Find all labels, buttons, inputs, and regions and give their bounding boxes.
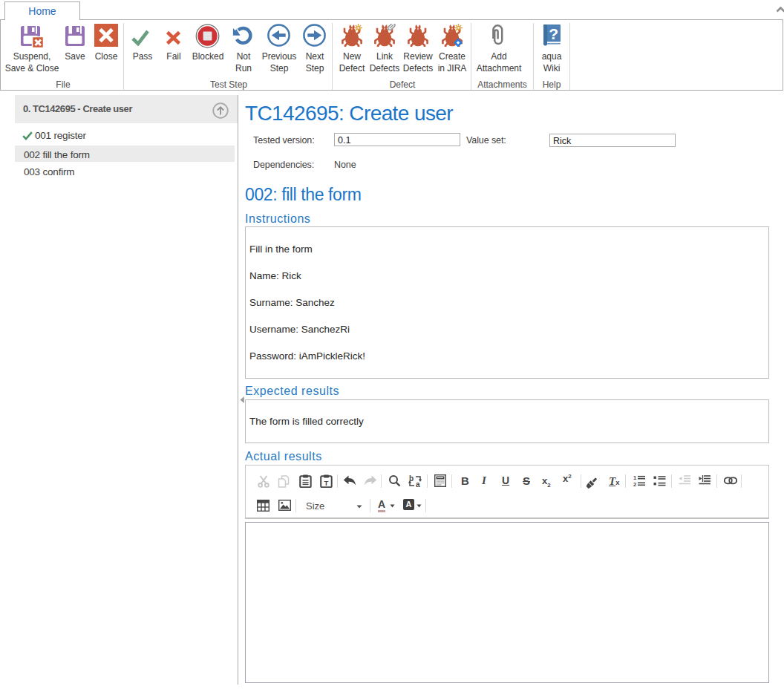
- svg-text:a: a: [416, 480, 420, 488]
- svg-text:2: 2: [633, 481, 636, 487]
- svg-text:1: 1: [633, 474, 636, 481]
- svg-text:T: T: [324, 479, 329, 487]
- svg-text:?: ?: [549, 25, 558, 42]
